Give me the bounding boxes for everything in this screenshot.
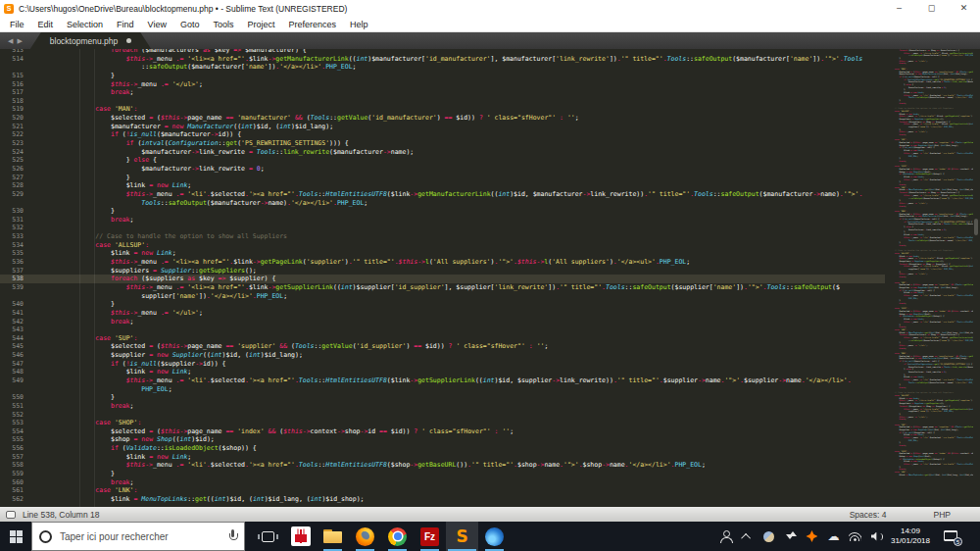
code-line[interactable]: 549 $this->_menu .= '<li'.$selected.'><a…	[0, 376, 885, 385]
code-line[interactable]: 550 }	[0, 393, 885, 402]
code-line[interactable]: 531 break;	[0, 216, 885, 225]
menu-goto[interactable]: Goto	[173, 17, 207, 32]
volume-icon[interactable]	[870, 530, 883, 543]
microphone-icon[interactable]	[228, 529, 237, 543]
code-line[interactable]: 521 $manufacturer = new Manufacturer((in…	[0, 123, 885, 131]
code-line[interactable]: 538 foreach ($suppliers as $key => $supp…	[0, 275, 885, 283]
tab-blocktopmenu[interactable]: blocktopmenu.php	[30, 32, 151, 49]
firefox-taskbar-button[interactable]	[349, 522, 381, 551]
code-line[interactable]: Tools::safeOutput($manufacturer->name).'…	[0, 199, 885, 208]
code-line[interactable]: 532	[0, 224, 885, 232]
code-line[interactable]: 545 $selected = ($this->page_name == 'su…	[0, 342, 885, 351]
code-line[interactable]: 527 }	[0, 174, 885, 182]
code-line[interactable]: 552	[0, 411, 885, 420]
code-line[interactable]: 540 }	[0, 300, 885, 309]
code-line[interactable]: 561 case 'LNK':	[0, 486, 885, 495]
avast-icon[interactable]	[806, 530, 818, 543]
minimize-button[interactable]: –	[883, 0, 915, 17]
menu-project[interactable]: Project	[240, 17, 281, 32]
menu-preferences[interactable]: Preferences	[281, 17, 343, 32]
menu-view[interactable]: View	[141, 17, 173, 32]
gift-app-taskbar-button[interactable]	[284, 522, 317, 551]
menu-help[interactable]: Help	[343, 17, 375, 32]
code-line[interactable]: 536 $this->_menu .= '<li><a href="'.$lin…	[0, 258, 885, 267]
code-line[interactable]: 560 break;	[0, 478, 885, 487]
folder-taskbar-button[interactable]	[317, 522, 349, 551]
menu-file[interactable]: File	[3, 17, 31, 32]
code-line[interactable]: 551 break;	[0, 402, 885, 411]
cloud-icon[interactable]: ☁	[827, 530, 840, 543]
code-line[interactable]: supplier['name']).'</a></li>'.PHP_EOL;	[0, 292, 885, 301]
dropbox-icon[interactable]	[784, 530, 797, 543]
code-line[interactable]: 555 $shop = new Shop((int)$id);	[0, 435, 885, 444]
action-center-button[interactable]: 5	[944, 530, 958, 543]
code-line[interactable]: 544 case 'SUP':	[0, 334, 885, 343]
chevron-up-icon[interactable]	[741, 530, 754, 543]
maximize-button[interactable]: ◻	[915, 0, 948, 17]
people-icon[interactable]	[719, 530, 732, 543]
code-line[interactable]: ::safeOutput($manufacturer['name']).'</a…	[0, 63, 885, 72]
code-line[interactable]: 559 }	[0, 470, 885, 478]
code-line[interactable]: 533 // Case to handle the option to show…	[0, 232, 885, 241]
code-line[interactable]: 543	[0, 326, 885, 334]
taskbar-search-input[interactable]: Taper ici pour rechercher	[31, 522, 245, 551]
code-line[interactable]: 522 if (!is_null($manufacturer->id)) {	[0, 130, 885, 139]
code-line[interactable]: 529 $this->_menu .= '<li'.$selected.'><a…	[0, 190, 885, 199]
code-line[interactable]: 537 $suppliers = Supplier::getSuppliers(…	[0, 267, 885, 276]
code-line[interactable]: 548 $link = new Link;	[0, 368, 885, 376]
code-line[interactable]: 523 if (intval(Configuration::get('PS_RE…	[0, 139, 885, 148]
code-line[interactable]: 528 $link = new Link;	[0, 181, 885, 190]
code-text: $link = MenuTopLinks::get((int)$id, (int…	[885, 188, 973, 190]
code-line[interactable]: PHP_EOL;	[0, 385, 885, 394]
close-button[interactable]: ✕	[948, 0, 980, 17]
code-line[interactable]: 525 } else {	[0, 156, 885, 165]
wifi-icon[interactable]	[849, 531, 861, 541]
code-text: if (!is_null($manufacturer->id)) {	[885, 75, 940, 77]
code-line[interactable]: 547 if (!is_null($supplier->id)) {	[0, 360, 885, 369]
sublime-taskbar-button[interactable]: S	[446, 522, 478, 551]
code-editor[interactable]: 513 foreach ($manufacturers as $key => $…	[0, 49, 885, 507]
code-line[interactable]: 517 break;	[0, 88, 885, 97]
minimap[interactable]: foreach ($manufacturers as $key => $manu…	[885, 49, 973, 507]
code-line[interactable]: 535 $link = new Link;	[0, 249, 885, 258]
code-line[interactable]: 553 case 'SHOP':	[0, 419, 885, 427]
code-line[interactable]: 519 case 'MAN':	[0, 105, 885, 114]
code-line[interactable]: 520 $selected = ($this->page_name == 'ma…	[0, 114, 885, 123]
indentation-setting[interactable]: Spaces: 4	[850, 510, 887, 520]
browser-blue-taskbar-button[interactable]	[478, 522, 511, 551]
tray-circle-icon[interactable]	[762, 530, 775, 543]
tab-nav-right-icon[interactable]: ▶	[17, 37, 22, 45]
start-button[interactable]	[0, 522, 31, 551]
code-line[interactable]: 546 $supplier = new Supplier((int)$id, (…	[0, 351, 885, 360]
tab-nav-left-icon[interactable]: ◀	[8, 37, 13, 45]
code-line[interactable]: 557 $link = new Link;	[0, 453, 885, 462]
code-line[interactable]: 530 }	[0, 207, 885, 216]
code-line[interactable]: 556 if (Validate::isLoadedObject($shop))…	[0, 444, 885, 453]
code-line[interactable]: 554 $selected = ($this->page_name == 'in…	[0, 427, 885, 436]
code-line[interactable]: 539 $this->_menu .= '<li><a href="'.$lin…	[0, 283, 885, 292]
code-line[interactable]: 534 case 'ALLSUP':	[0, 241, 885, 250]
code-line[interactable]: 524 $manufacturer->link_rewrite = Tools:…	[0, 148, 885, 157]
code-line[interactable]: 518	[0, 97, 885, 106]
code-text: $manufacturer->link_rewrite = Tools::lin…	[885, 366, 973, 368]
scrollbar-thumb[interactable]	[974, 219, 978, 235]
taskbar-clock[interactable]: 14:09 31/01/2018	[891, 526, 930, 546]
menu-selection[interactable]: Selection	[60, 17, 110, 32]
code-line[interactable]: 562 $link = MenuTopLinks::get((int)$id, …	[0, 495, 885, 504]
chrome-taskbar-button[interactable]	[381, 522, 414, 551]
code-line[interactable]: 526 $manufacturer->link_rewrite = 0;	[0, 165, 885, 174]
code-line[interactable]: 541 $this->_menu .= '</ul>';	[0, 309, 885, 318]
task-view-button[interactable]	[251, 522, 284, 551]
menu-find[interactable]: Find	[110, 17, 141, 32]
code-line[interactable]: 542 break;	[0, 318, 885, 326]
menu-tools[interactable]: Tools	[206, 17, 240, 32]
code-line[interactable]: 515 }	[0, 72, 885, 80]
code-line[interactable]: 516 $this->_menu .= '</ul>';	[0, 80, 885, 89]
code-line[interactable]: 514 $this->_menu .= '<li><a href="'.$lin…	[0, 55, 885, 64]
filezilla-taskbar-button[interactable]: Fz	[414, 522, 446, 551]
code-line[interactable]: 558 $this->_menu .= '<li'.$selected.'><a…	[0, 461, 885, 470]
syntax-mode[interactable]: PHP	[934, 510, 951, 520]
line-number: 525	[0, 156, 33, 165]
menu-edit[interactable]: Edit	[31, 17, 61, 32]
code-text: $link = new Link;	[885, 149, 924, 151]
